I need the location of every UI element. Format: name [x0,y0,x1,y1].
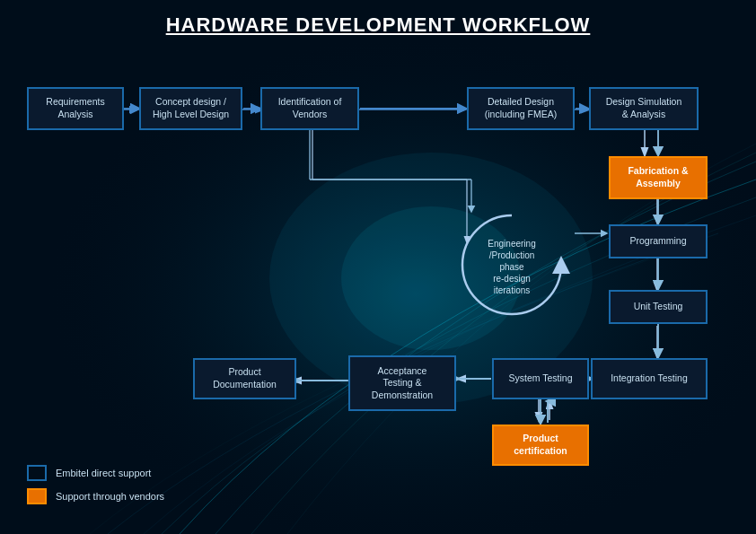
page-title: HARDWARE DEVELOPMENT WORKFLOW [0,13,756,37]
node-identification: Identification of Vendors [260,87,359,130]
svg-text:phase: phase [499,262,524,272]
svg-text:iterations: iterations [494,285,531,295]
node-requirements: Requirements Analysis [27,87,124,130]
node-unit-testing: Unit Testing [609,290,708,324]
legend-item-orange: Support through vendors [27,488,164,504]
svg-text:Engineering: Engineering [488,239,535,249]
legend-box-blue [27,465,47,481]
node-product-doc: Product Documentation [193,358,296,399]
svg-text:re-design: re-design [493,274,531,284]
cycle-container: Engineering /Production phase re-design … [440,197,584,332]
legend-box-orange [27,488,47,504]
node-simulation: Design Simulation & Analysis [589,87,699,130]
node-integration: Integration Testing [591,358,708,399]
node-fabrication: Fabrication & Assembly [609,156,708,199]
background-streaks [0,0,756,534]
cycle-svg: Engineering /Production phase re-design … [440,197,584,332]
node-system-testing: System Testing [492,358,589,399]
node-acceptance: Acceptance Testing & Demonstration [348,355,456,411]
node-concept: Concept design / High Level Design [139,87,242,130]
node-product-cert: Product certification [492,425,589,466]
node-programming: Programming [609,224,708,258]
background-glow [0,0,756,534]
svg-rect-1 [0,0,756,534]
legend-label-blue: Embitel direct support [56,468,151,478]
legend-label-orange: Support through vendors [56,491,164,502]
connector-arrows [0,0,756,534]
legend-item-blue: Embitel direct support [27,465,164,481]
workflow-arrows [0,0,756,534]
legend: Embitel direct support Support through v… [27,465,164,512]
node-detailed: Detailed Design (including FMEA) [467,87,575,130]
svg-rect-0 [0,0,756,534]
svg-text:/Production: /Production [489,250,535,260]
